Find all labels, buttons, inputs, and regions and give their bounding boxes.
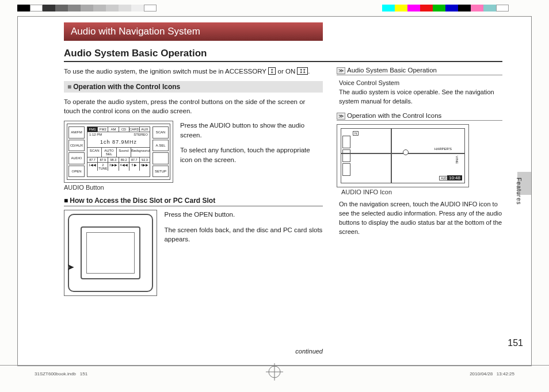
registration-mark-icon — [266, 363, 283, 381]
fig1-line2: To select any function, touch the approp… — [180, 145, 323, 164]
calibration-bar-left — [17, 5, 157, 11]
figure-map: HARPER'S VINE N AUDIO 10:48 — [337, 124, 469, 187]
fig2-line1: Press the OPEN button. — [164, 210, 323, 220]
subsection-label: Operation with the Control Icons — [73, 83, 180, 91]
page-number: 151 — [508, 338, 523, 348]
audio-screen-illustration: AM/FM CD/AUX AUDIO OPEN SCAN A.SEL SETU — [67, 124, 170, 180]
map-side-tab — [342, 163, 350, 176]
hw-btn-blank — [152, 152, 169, 164]
btn-sound: Sound — [117, 148, 131, 157]
tab-fm2: FM2 — [98, 127, 108, 132]
preset-4: 89.2 — [119, 157, 129, 162]
footer-date: 2010/04/28 — [470, 371, 493, 376]
key-accessory: I — [268, 67, 276, 75]
figure-caption-map: AUDIO INFO Icon — [341, 189, 502, 195]
hw-btn-open: OPEN — [68, 166, 85, 178]
audio-frequency: 1ch 87.9MHz — [87, 137, 150, 147]
tab-aux: AUX — [140, 127, 150, 132]
btn-autosel: AUTO SEL — [102, 148, 116, 157]
figure-caption-audio: AUDIO Button — [64, 184, 173, 191]
tab-fm1: FM1 — [87, 127, 98, 132]
preset-2: 87.9 — [98, 157, 108, 162]
voice-desc: The audio system is voice operable. See … — [339, 88, 502, 106]
presetbtn-6: 6▶▶ — [140, 163, 150, 171]
preset-1: 87.7 — [87, 157, 98, 162]
arrow-icon: ➤ — [67, 262, 74, 272]
intro-paragraph: To use the audio system, the ignition sw… — [64, 67, 323, 76]
preset-6: 92.3 — [140, 157, 150, 162]
side-ref-label: Audio System Basic Operation — [347, 67, 437, 74]
tab-cd: CD — [119, 127, 129, 132]
map-clock: 10:48 — [447, 175, 462, 180]
subsection-control-icons: ■Operation with the Control Icons — [64, 81, 323, 93]
fig1-line1: Press the AUDIO button to show the audio… — [180, 121, 323, 140]
hw-btn-amfm: AM/FM — [68, 126, 85, 139]
subsection-label: How to Access the Disc Slot or PC Card S… — [70, 197, 215, 205]
audio-stereo: STEREO — [134, 133, 148, 136]
hw-btn-setup: SETUP — [152, 166, 169, 178]
side-block-voice: Voice Control System The audio system is… — [339, 79, 502, 106]
subsection-disc-slot: ■How to Access the Disc Slot or PC Card … — [64, 197, 323, 206]
north-icon: N — [353, 131, 359, 136]
calibration-bar-right — [382, 5, 509, 11]
map-street-label: HARPER'S — [434, 147, 452, 151]
key-on: II — [297, 67, 308, 75]
icons-paragraph: To operate the audio system, press the c… — [64, 97, 323, 116]
side-ref-1: ≫Audio System Basic Operation — [337, 67, 502, 75]
map-side-tab — [342, 149, 350, 162]
presetbtn-3: 3 ▶▶ — [108, 163, 119, 171]
figure-text-1: Press the AUDIO button to show the audio… — [180, 121, 323, 191]
footer-page: 151 — [80, 371, 87, 376]
preset-3: 98.3 — [108, 157, 119, 162]
map-position-icon — [403, 149, 409, 155]
voice-title: Voice Control System — [339, 79, 502, 88]
side-block-info: On the navigation screen, touch the AUDI… — [339, 200, 502, 237]
map-street-label: VINE — [455, 156, 459, 164]
side-ref-label: Operation with the Control Icons — [347, 112, 441, 119]
crossref-icon: ≫ — [337, 67, 345, 74]
hw-btn-scan: SCAN — [152, 126, 169, 139]
figure-audio-button: AM/FM CD/AUX AUDIO OPEN SCAN A.SEL SETU — [64, 121, 173, 191]
figure-text-2: Press the OPEN button. The screen folds … — [164, 210, 323, 296]
continued-label: continued — [64, 348, 323, 355]
footer-file: 31SZT600book.indb — [35, 371, 76, 376]
presetbtn-4: 4◀◀ — [119, 163, 129, 171]
page-content: Audio with Navigation System Audio Syste… — [64, 22, 502, 354]
intro-text-end: . — [308, 68, 310, 75]
presetbtn-1: 1◀◀ — [87, 163, 98, 171]
presetbtn-5: 5 ▶ — [129, 163, 140, 171]
btn-background: Background — [131, 148, 150, 157]
sidebar-column: ≫Audio System Basic Operation Voice Cont… — [337, 67, 502, 355]
tab-card: CARD — [129, 127, 140, 132]
hw-btn-asel: A.SEL — [152, 140, 169, 152]
hw-btn-cdaux: CD/AUX — [68, 140, 85, 152]
page-frame: Audio with Navigation System Audio Syste… — [17, 16, 532, 366]
square-bullet-icon: ■ — [67, 83, 71, 91]
btn-scan: SCAN — [87, 148, 102, 157]
audio-time: 1:12 PM — [89, 133, 102, 136]
section-title: Audio System Basic Operation — [64, 48, 502, 62]
presetbtn-2: 2 TUNE — [98, 163, 108, 171]
map-side-tab — [342, 136, 350, 148]
side-ref-2: ≫Operation with the Control Icons — [337, 112, 502, 121]
section-tab-label: Features — [516, 178, 522, 205]
hw-btn-audio: AUDIO — [68, 152, 85, 164]
crossref-icon: ≫ — [337, 113, 345, 120]
preset-5: 87.7 — [129, 157, 140, 162]
chapter-header: Audio with Navigation System — [64, 22, 323, 41]
tab-am: AM — [108, 127, 119, 132]
square-bullet-icon: ■ — [64, 197, 68, 205]
fig2-line2: The screen folds back, and the disc and … — [164, 225, 323, 244]
figure-dashboard: ➤ — [64, 210, 157, 296]
intro-text: To use the audio system, the ignition sw… — [64, 68, 268, 75]
intro-text-mid: or ON — [276, 68, 297, 75]
footer-time: 13:42:25 — [497, 371, 514, 376]
main-column: To use the audio system, the ignition sw… — [64, 67, 323, 355]
